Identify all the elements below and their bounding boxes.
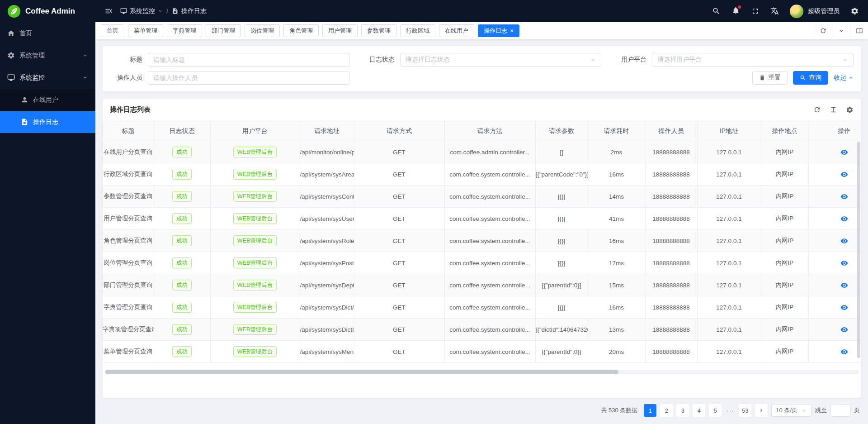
tab[interactable]: 菜单管理 × bbox=[128, 24, 163, 37]
tab[interactable]: 在线用户 × bbox=[439, 24, 474, 37]
sidebar-item-home[interactable]: 首页 bbox=[0, 22, 95, 44]
tab[interactable]: 用户管理 × bbox=[322, 24, 358, 37]
sidebar-item-system-monitor[interactable]: 系统监控 bbox=[0, 67, 95, 89]
tab[interactable]: 首页 × bbox=[101, 24, 124, 37]
filter-actions: 重置 查询 收起 bbox=[362, 71, 854, 85]
settings-gear-icon[interactable] bbox=[850, 7, 859, 15]
cell-operator: 18888888888 bbox=[645, 252, 697, 274]
cell-location: 内网IP bbox=[761, 296, 808, 319]
breadcrumb-section[interactable]: 系统监控 bbox=[120, 7, 163, 15]
fullscreen-icon[interactable] bbox=[751, 7, 760, 15]
pagination-ellipsis[interactable]: ··· bbox=[725, 407, 735, 414]
operator-input[interactable] bbox=[148, 71, 349, 85]
chevron-up-icon bbox=[848, 75, 854, 81]
view-detail-button[interactable] bbox=[840, 148, 848, 156]
cell-params: [{}] bbox=[535, 186, 588, 208]
user-menu[interactable]: 超级管理员 bbox=[790, 5, 840, 18]
page-button[interactable]: 4 bbox=[693, 404, 705, 417]
log-status-select[interactable]: 请选择日志状态 bbox=[400, 53, 602, 67]
title-input[interactable] bbox=[148, 53, 349, 67]
chevron-right-icon bbox=[758, 407, 764, 414]
cell-ip: 127.0.0.1 bbox=[697, 163, 761, 186]
search-button[interactable]: 查询 bbox=[793, 71, 828, 85]
view-detail-button[interactable] bbox=[840, 326, 848, 333]
menu-fold-icon[interactable] bbox=[104, 7, 113, 15]
tab[interactable]: 操作日志 × bbox=[478, 24, 519, 37]
platform-badge: WEB管理后台 bbox=[233, 147, 277, 157]
horizontal-scrollbar-thumb[interactable] bbox=[105, 370, 618, 374]
cell-location: 内网IP bbox=[761, 141, 808, 163]
user-platform-select[interactable]: 请选择用户平台 bbox=[652, 53, 854, 67]
view-detail-button[interactable] bbox=[840, 171, 848, 178]
sidebar-submenu: 在线用户 操作日志 bbox=[0, 89, 95, 133]
cell-status: 成功 bbox=[154, 208, 210, 230]
gear-icon bbox=[7, 52, 15, 59]
tab[interactable]: 字典管理 × bbox=[167, 24, 202, 37]
cell-request-url: /api/system/sysDept/page bbox=[300, 274, 354, 296]
table-card-header: 操作日志列表 bbox=[103, 99, 861, 121]
panel-toggle-button[interactable] bbox=[850, 22, 868, 39]
refresh-tabs-button[interactable] bbox=[814, 22, 832, 39]
translate-icon[interactable] bbox=[770, 7, 779, 15]
reset-button[interactable]: 重置 bbox=[752, 71, 788, 85]
page-button[interactable]: 1 bbox=[644, 404, 656, 417]
cell-handler: com.coffee.system.controlle... bbox=[444, 274, 535, 296]
collapse-filters-button[interactable]: 收起 bbox=[834, 74, 854, 82]
sidebar-item-operation-log[interactable]: 操作日志 bbox=[0, 111, 95, 133]
jump-suffix: 页 bbox=[854, 406, 860, 414]
column-header: 请求参数 bbox=[535, 121, 588, 141]
view-detail-button[interactable] bbox=[840, 259, 848, 267]
status-badge: 成功 bbox=[172, 235, 192, 246]
next-page-button[interactable] bbox=[755, 404, 768, 417]
operator-filter: 操作人员 bbox=[110, 71, 349, 85]
search-icon[interactable] bbox=[712, 7, 721, 15]
monitor-icon bbox=[120, 8, 127, 14]
horizontal-scrollbar-track[interactable] bbox=[104, 370, 859, 374]
notifications-button[interactable] bbox=[731, 6, 740, 16]
tab[interactable]: 参数管理 × bbox=[361, 24, 396, 37]
sidebar-item-system-management[interactable]: 系统管理 bbox=[0, 44, 95, 67]
breadcrumb-separator: / bbox=[166, 8, 168, 15]
view-detail-button[interactable] bbox=[840, 281, 848, 289]
tab-close-icon[interactable]: × bbox=[510, 28, 514, 34]
tab[interactable]: 岗位管理 × bbox=[245, 24, 280, 37]
cell-handler: com.coffee.admin.controller... bbox=[444, 141, 535, 163]
cell-request-url: /api/monitor/online/page bbox=[300, 141, 354, 163]
cell-handler: com.coffee.system.controlle... bbox=[444, 341, 535, 363]
view-detail-button[interactable] bbox=[840, 193, 848, 200]
row-height-icon[interactable] bbox=[830, 106, 837, 114]
refresh-table-icon[interactable] bbox=[813, 106, 821, 114]
cell-request-url: /api/system/sysDictItem/pa... bbox=[300, 319, 354, 341]
cell-params: [{"dictId":140647326180950... bbox=[535, 319, 588, 341]
eye-icon bbox=[840, 237, 848, 245]
sidebar-item-online-users[interactable]: 在线用户 bbox=[0, 89, 95, 111]
column-settings-icon[interactable] bbox=[846, 106, 854, 114]
view-detail-button[interactable] bbox=[840, 304, 848, 311]
view-detail-button[interactable] bbox=[840, 348, 848, 356]
tab[interactable]: 角色管理 × bbox=[283, 24, 319, 37]
view-detail-button[interactable] bbox=[840, 237, 848, 245]
tab-options-dropdown[interactable] bbox=[832, 22, 850, 39]
cell-handler: com.coffee.system.controlle... bbox=[444, 208, 535, 230]
chevron-up-icon bbox=[82, 75, 88, 81]
platform-badge: WEB管理后台 bbox=[233, 191, 277, 202]
cell-title: 菜单管理分页查询 bbox=[103, 341, 154, 363]
cell-request-method: GET bbox=[354, 274, 444, 296]
last-page-button[interactable]: 53 bbox=[739, 404, 751, 417]
cell-location: 内网IP bbox=[761, 208, 808, 230]
vertical-scrollbar[interactable] bbox=[857, 142, 860, 358]
layout-icon bbox=[856, 27, 863, 34]
page-button[interactable]: 2 bbox=[660, 404, 673, 417]
page-size-select[interactable]: 10 条/页 bbox=[771, 404, 811, 417]
sidebar-item-label: 操作日志 bbox=[33, 118, 58, 126]
tab[interactable]: 部门管理 × bbox=[206, 24, 241, 37]
page-button[interactable]: 3 bbox=[676, 404, 689, 417]
jump-label: 跳至 bbox=[815, 406, 827, 414]
tab[interactable]: 行政区域 × bbox=[400, 24, 435, 37]
jump-page-input[interactable] bbox=[830, 404, 850, 417]
view-detail-button[interactable] bbox=[840, 215, 848, 223]
cell-title: 行政区域分页查询 bbox=[103, 163, 154, 186]
cell-platform: WEB管理后台 bbox=[210, 319, 300, 341]
page-button[interactable]: 5 bbox=[709, 404, 722, 417]
table-row: 部门管理分页查询 成功 WEB管理后台 /api/system/sysDept/… bbox=[103, 274, 861, 296]
